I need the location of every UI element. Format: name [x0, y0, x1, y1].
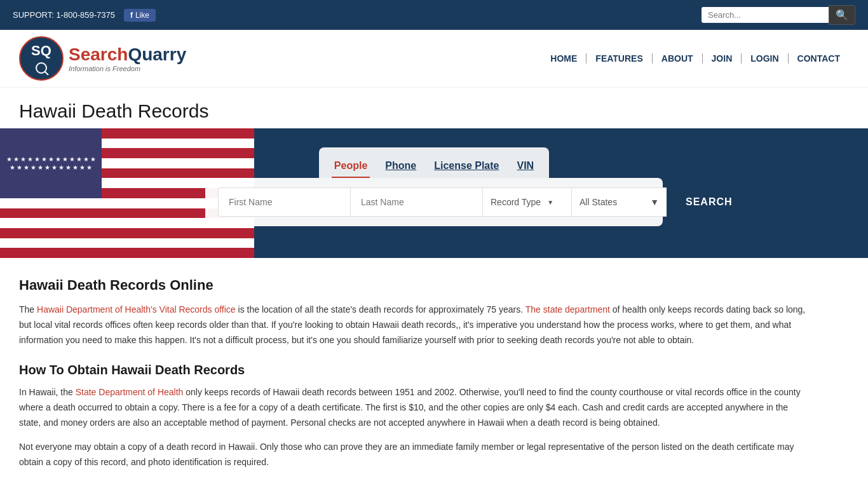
tab-phone[interactable]: Phone	[383, 155, 419, 178]
last-name-input[interactable]	[350, 187, 482, 217]
fb-icon: f	[130, 11, 133, 20]
para3: Not everyone may obtain a copy of a deat…	[19, 440, 807, 470]
nav-join[interactable]: JOIN	[703, 53, 742, 64]
top-bar: SUPPORT: 1-800-859-7375 f Like 🔍	[0, 0, 868, 30]
fb-like-label: Like	[135, 11, 149, 20]
nav-contact[interactable]: CONTACT	[789, 53, 849, 64]
logo-brand: SearchQuarry	[69, 44, 186, 65]
tab-people[interactable]: People	[332, 155, 370, 178]
tab-vin[interactable]: VIN	[514, 155, 536, 178]
para2: In Hawaii, the State Department of Healt…	[19, 385, 807, 430]
search-form: Record Type All States ▼ SEARCH	[205, 178, 663, 226]
top-search-bar: 🔍	[702, 5, 855, 25]
top-search-button[interactable]: 🔍	[829, 5, 855, 25]
main-content: Hawaii Death Records Online The Hawaii D…	[0, 258, 826, 488]
main-nav: HOME FEATURES ABOUT JOIN LOGIN CONTACT	[541, 53, 849, 64]
logo-text: SearchQuarry Information is Freedom	[69, 44, 186, 72]
svg-text:SQ: SQ	[31, 43, 51, 58]
link-vital-records[interactable]: Hawaii Department of Health's Vital Reco…	[37, 304, 236, 315]
support-text: SUPPORT: 1-800-859-7375	[13, 10, 115, 20]
link-state-health[interactable]: State Department of Health	[76, 387, 184, 397]
logo-tagline: Information is Freedom	[69, 65, 186, 72]
para2-start: In Hawaii, the	[19, 387, 76, 397]
all-states-dropdown[interactable]: All States ▼	[571, 187, 667, 217]
para1b: is the location of all the state's death…	[236, 304, 526, 315]
page-title: Hawaii Death Records	[19, 100, 849, 122]
main-heading: Hawaii Death Records Online	[19, 277, 807, 294]
all-states-label: All States	[580, 197, 617, 207]
fb-like-button[interactable]: f Like	[124, 9, 156, 22]
logo-brand-part1: Search	[69, 44, 128, 64]
top-bar-left: SUPPORT: 1-800-859-7375 f Like	[13, 9, 156, 22]
logo-icon: SQ	[19, 36, 64, 81]
nav-features[interactable]: FEATURES	[587, 53, 652, 64]
nav-login[interactable]: LOGIN	[742, 53, 788, 64]
hero-banner: ★★★★★ ★★★★★ ★★★★★ ★★★★★ ★★★★★ People Pho…	[0, 128, 868, 258]
logo-brand-part2: Quarry	[128, 44, 186, 64]
sub-heading: How To Obtain Hawaii Death Records	[19, 363, 807, 377]
flag-union: ★★★★★ ★★★★★ ★★★★★ ★★★★★ ★★★★★	[0, 128, 102, 198]
record-type-label: Record Type	[491, 197, 541, 207]
para1-text: The	[19, 304, 37, 315]
search-tabs: People Phone License Plate VIN	[319, 147, 549, 178]
search-tabs-wrapper: People Phone License Plate VIN	[193, 147, 675, 178]
first-name-input[interactable]	[218, 187, 350, 217]
link-state-dept[interactable]: The state department	[526, 304, 610, 315]
nav-about[interactable]: ABOUT	[653, 53, 703, 64]
header: SQ SearchQuarry Information is Freedom H…	[0, 30, 868, 88]
nav-home[interactable]: HOME	[541, 53, 587, 64]
logo: SQ SearchQuarry Information is Freedom	[19, 36, 186, 81]
top-search-input[interactable]	[702, 7, 829, 23]
search-button[interactable]: SEARCH	[667, 187, 752, 217]
search-widget: People Phone License Plate VIN Record Ty…	[193, 147, 675, 226]
record-type-dropdown[interactable]: Record Type	[482, 187, 571, 217]
para1: The Hawaii Department of Health's Vital …	[19, 302, 807, 348]
page-title-section: Hawaii Death Records	[0, 88, 868, 128]
tab-license-plate[interactable]: License Plate	[431, 155, 501, 178]
chevron-down-icon: ▼	[650, 197, 659, 207]
